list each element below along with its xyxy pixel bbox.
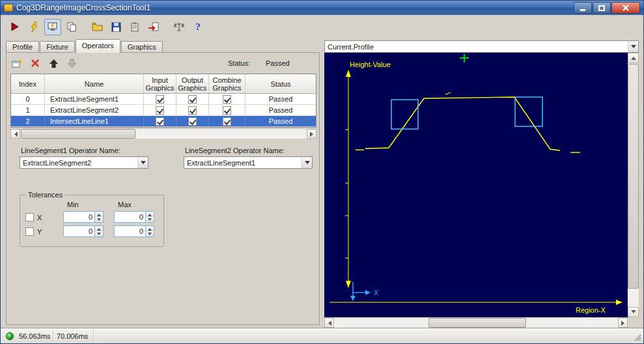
cell-name: IntersectLineLine1 xyxy=(45,116,144,126)
x-max-value: 0 xyxy=(115,212,145,222)
profile-plot: Height-Value Region-X X xyxy=(324,53,628,317)
resize-grip[interactable] xyxy=(634,334,642,342)
maximize-button[interactable] xyxy=(593,2,611,14)
spin-up-icon[interactable] xyxy=(146,226,154,231)
profile-source-value: Current.Profile xyxy=(325,43,628,51)
add-operator-button[interactable] xyxy=(9,56,25,70)
operators-tab-page: Status: Passed Index Name Input Graphics… xyxy=(6,52,320,325)
move-down-button[interactable] xyxy=(64,56,79,70)
x-min-spinner[interactable]: 0 xyxy=(63,211,104,223)
combine-graphics-checkbox[interactable] xyxy=(223,95,231,104)
combine-graphics-checkbox[interactable] xyxy=(223,117,231,126)
scroll-up-icon[interactable] xyxy=(628,53,639,63)
spin-down-icon[interactable] xyxy=(95,217,103,222)
tab-profile[interactable]: Profile xyxy=(6,41,39,53)
spin-up-icon[interactable] xyxy=(95,212,103,217)
table-horizontal-scrollbar[interactable] xyxy=(10,129,316,139)
x-axis-label: Region-X xyxy=(576,306,606,314)
header-index[interactable]: Index xyxy=(11,74,45,93)
save-file-icon xyxy=(111,22,121,32)
header-output-graphics[interactable]: Output Graphics xyxy=(176,74,209,93)
chevron-down-icon[interactable] xyxy=(137,157,148,168)
clipboard-button[interactable] xyxy=(126,19,143,35)
copy-results-button[interactable] xyxy=(63,19,80,35)
header-combine-graphics[interactable]: Combine Graphics xyxy=(209,74,245,93)
input-graphics-checkbox[interactable] xyxy=(156,117,164,126)
y-min-spinner[interactable]: 0 xyxy=(63,225,104,237)
y-tolerance-checkbox[interactable] xyxy=(25,227,34,236)
chevron-down-icon[interactable] xyxy=(301,157,312,168)
profile-source-combobox[interactable]: Current.Profile xyxy=(324,40,639,53)
scrollbar-thumb[interactable] xyxy=(428,318,526,328)
plot-vertical-scrollbar[interactable] xyxy=(628,53,639,317)
profile-plot-area[interactable]: Height-Value Region-X X xyxy=(324,53,628,317)
scrollbar-thumb[interactable] xyxy=(628,64,639,289)
header-input-graphics[interactable]: Input Graphics xyxy=(144,74,176,93)
scroll-left-icon[interactable] xyxy=(324,318,334,328)
tab-fixture[interactable]: Fixture xyxy=(40,41,75,53)
header-name[interactable]: Name xyxy=(45,74,144,93)
tab-operators-label: Operators xyxy=(82,42,114,50)
spin-down-icon[interactable] xyxy=(95,231,103,236)
window-title: Cog3DRangeImageCrossSectionTool1 xyxy=(16,3,150,12)
combine-graphics-checkbox[interactable] xyxy=(223,106,231,115)
table-row-selected[interactable]: 2 IntersectLineLine1 Passed xyxy=(11,116,316,127)
tolerances-groupbox: Tolerances Min Max X 0 0 Y 0 0 xyxy=(20,195,164,247)
line-region-marker-2[interactable] xyxy=(515,97,542,126)
copy-results-icon xyxy=(66,22,77,32)
table-row[interactable]: 0 ExtractLineSegment1 Passed xyxy=(11,94,316,105)
electric-trigger-button[interactable] xyxy=(25,19,42,35)
live-display-button[interactable] xyxy=(44,19,61,35)
window-controls xyxy=(573,2,640,14)
chevron-down-icon[interactable] xyxy=(628,41,638,52)
close-button[interactable] xyxy=(611,2,640,14)
calibration-button[interactable] xyxy=(171,19,188,35)
import-button[interactable] xyxy=(145,19,162,35)
output-graphics-checkbox[interactable] xyxy=(188,95,197,104)
help-button[interactable]: ? xyxy=(189,19,206,35)
operators-table: Index Name Input Graphics Output Graphic… xyxy=(10,74,316,128)
table-row[interactable]: 1 ExtractLineSegment2 Passed xyxy=(11,105,316,116)
x-tolerance-checkbox[interactable] xyxy=(25,213,34,222)
tab-strip: Profile Fixture Operators Graphics xyxy=(6,40,163,53)
max-header: Max xyxy=(118,201,132,208)
scroll-down-icon[interactable] xyxy=(628,307,639,317)
cursor-cross-icon[interactable] xyxy=(460,54,469,63)
delete-operator-button[interactable] xyxy=(27,56,43,70)
run-icon xyxy=(10,22,20,31)
scroll-right-icon[interactable] xyxy=(307,129,316,139)
header-status[interactable]: Status xyxy=(245,74,316,93)
clipboard-icon xyxy=(130,22,139,32)
move-up-button[interactable] xyxy=(46,56,61,70)
x-max-spinner[interactable]: 0 xyxy=(114,211,154,223)
delete-icon xyxy=(31,59,40,68)
status-value: Passed xyxy=(266,59,290,67)
plot-horizontal-scrollbar[interactable] xyxy=(324,318,628,328)
title-bar[interactable]: Cog3DRangeImageCrossSectionTool1 xyxy=(1,1,643,15)
y-max-spinner[interactable]: 0 xyxy=(114,225,154,237)
spin-up-icon[interactable] xyxy=(95,226,103,231)
open-file-button[interactable] xyxy=(89,19,105,35)
scroll-left-icon[interactable] xyxy=(10,129,20,139)
spin-up-icon[interactable] xyxy=(146,212,154,217)
input-graphics-checkbox[interactable] xyxy=(156,95,164,104)
input-graphics-checkbox[interactable] xyxy=(156,106,164,115)
spin-down-icon[interactable] xyxy=(146,217,154,222)
tab-fixture-label: Fixture xyxy=(46,43,68,51)
linesegment1-combobox[interactable]: ExtractLineSegment2 xyxy=(20,156,148,169)
linesegment1-label: LineSegment1 Operator Name: xyxy=(21,147,120,154)
tab-graphics[interactable]: Graphics xyxy=(121,41,163,53)
spin-down-icon[interactable] xyxy=(146,231,154,236)
linesegment2-combobox[interactable]: ExtractLineSegment1 xyxy=(184,156,313,169)
minimize-button[interactable] xyxy=(574,2,592,14)
tab-operators[interactable]: Operators xyxy=(76,39,120,53)
scrollbar-thumb[interactable] xyxy=(21,129,135,139)
save-file-button[interactable] xyxy=(107,19,124,35)
maximize-icon xyxy=(598,5,605,11)
output-graphics-checkbox[interactable] xyxy=(188,117,197,126)
output-graphics-checkbox[interactable] xyxy=(188,106,197,115)
line-region-marker-1[interactable] xyxy=(391,100,418,129)
run-button[interactable] xyxy=(7,19,23,35)
scroll-right-icon[interactable] xyxy=(618,318,628,328)
cell-status: Passed xyxy=(245,94,316,104)
